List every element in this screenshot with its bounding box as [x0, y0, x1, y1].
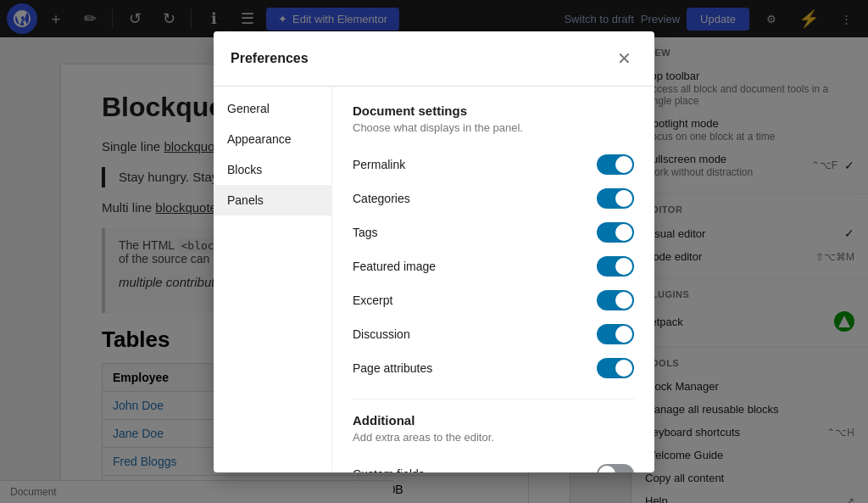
nav-item-blocks[interactable]: Blocks [214, 154, 331, 185]
modal-nav: General Appearance Blocks Panels [214, 87, 332, 472]
toggle-row-permalink: Permalink [353, 148, 634, 182]
nav-item-appearance[interactable]: Appearance [214, 124, 331, 154]
toggle-label-categories: Categories [353, 192, 410, 205]
toggle-row-featured_image: Featured image [353, 249, 634, 283]
toggle-row-tags: Tags [353, 215, 634, 249]
toggle-row-categories: Categories [353, 182, 634, 215]
toggle-switch-featured_image[interactable] [597, 256, 634, 277]
toggle-switch-categories[interactable] [597, 188, 634, 209]
modal-header: Preferences ✕ [214, 31, 654, 87]
toggle-label-featured_image: Featured image [353, 260, 436, 273]
toggle-row-custom_fields: Custom fields [353, 457, 634, 472]
toggle-row-page_attributes: Page attributes [353, 351, 634, 385]
toggle-switch-excerpt[interactable] [597, 290, 634, 310]
additional-toggles: Custom fieldsSEOContent analysisWeglot U… [353, 457, 634, 472]
preferences-modal: Preferences ✕ General Appearance Blocks … [214, 31, 654, 472]
toggle-switch-custom_fields[interactable] [597, 464, 634, 472]
additional-desc: Add extra areas to the editor. [353, 431, 634, 444]
toggle-row-excerpt: Excerpt [353, 283, 634, 317]
nav-item-panels[interactable]: Panels [214, 185, 331, 215]
toggle-switch-permalink[interactable] [597, 154, 634, 175]
modal-main-content: Document settings Choose what displays i… [332, 87, 654, 472]
toggle-label-excerpt: Excerpt [353, 293, 392, 307]
toggle-label-permalink: Permalink [353, 158, 405, 171]
toggle-label-page_attributes: Page attributes [353, 361, 432, 375]
toggle-label-discussion: Discussion [353, 327, 410, 341]
toggle-switch-tags[interactable] [597, 222, 634, 243]
toggle-label-tags: Tags [353, 226, 378, 239]
document-settings-section: Document settings Choose what displays i… [353, 103, 634, 385]
nav-item-general[interactable]: General [214, 93, 331, 124]
modal-close-button[interactable]: ✕ [610, 45, 637, 72]
modal-title: Preferences [231, 51, 309, 66]
modal-overlay[interactable]: Preferences ✕ General Appearance Blocks … [0, 0, 868, 503]
additional-title: Additional [353, 413, 634, 428]
modal-body: General Appearance Blocks Panels Documen… [214, 87, 654, 472]
toggle-label-custom_fields: Custom fields [353, 467, 425, 472]
doc-settings-title: Document settings [353, 103, 634, 118]
toggle-row-discussion: Discussion [353, 317, 634, 351]
toggle-switch-discussion[interactable] [597, 324, 634, 344]
additional-section: Additional Add extra areas to the editor… [353, 413, 634, 472]
doc-settings-desc: Choose what displays in the panel. [353, 121, 634, 134]
toggle-switch-page_attributes[interactable] [597, 358, 634, 378]
section-divider [353, 399, 634, 400]
document-settings-toggles: PermalinkCategoriesTagsFeatured imageExc… [353, 148, 634, 385]
